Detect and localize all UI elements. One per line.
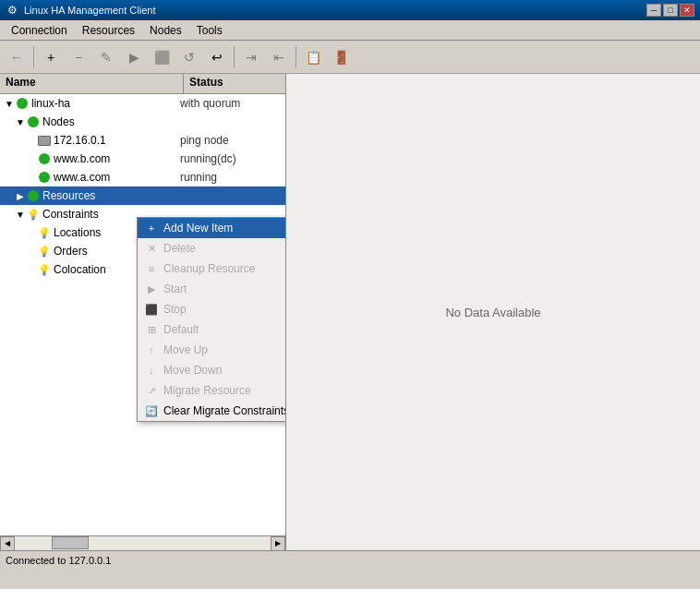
label-nodes: Nodes bbox=[41, 115, 180, 128]
icon-node2 bbox=[37, 151, 52, 166]
menu-resources[interactable]: Resources bbox=[75, 22, 142, 39]
no-data-text: No Data Available bbox=[445, 306, 540, 319]
maximize-button[interactable]: □ bbox=[663, 4, 678, 17]
status-linux-ha: with quorum bbox=[180, 97, 282, 110]
toolbar-separator-2 bbox=[234, 46, 235, 68]
toggle-linux-ha[interactable]: ▼ bbox=[4, 99, 15, 109]
ctx-move-down-label: Move Down bbox=[163, 364, 222, 377]
ctx-move-up-label: Move Up bbox=[163, 343, 208, 356]
right-panel: No Data Available bbox=[286, 74, 700, 550]
icon-nodes bbox=[26, 114, 41, 129]
toolbar-exit-button[interactable]: 🚪 bbox=[328, 44, 354, 70]
tree-row-nodes[interactable]: ▼ Nodes bbox=[0, 113, 285, 131]
left-panel: Name Status ▼ linux-ha with quorum ▼ Nod… bbox=[0, 74, 286, 550]
ctx-default-label: Default bbox=[163, 323, 199, 336]
toggle-constraints[interactable]: ▼ bbox=[15, 210, 26, 220]
stop-icon: ⬛ bbox=[145, 304, 158, 316]
status-bar: Connected to 127.0.0.1 bbox=[0, 550, 700, 569]
ctx-migrate-label: Migrate Resource bbox=[163, 384, 251, 397]
add-new-item-icon: + bbox=[145, 222, 158, 234]
move-up-icon: ↑ bbox=[145, 344, 158, 355]
ctx-delete-label: Delete bbox=[163, 242, 196, 255]
toolbar-migrate2-button[interactable]: ⇤ bbox=[266, 44, 292, 70]
ctx-stop-label: Stop bbox=[163, 303, 187, 316]
tree-row-linux-ha[interactable]: ▼ linux-ha with quorum bbox=[0, 94, 285, 113]
start-icon: ▶ bbox=[145, 283, 158, 295]
status-text: Connected to 127.0.0.1 bbox=[6, 555, 111, 566]
icon-linux-ha bbox=[15, 96, 30, 111]
ctx-clear-migrate-label: Clear Migrate Constraints bbox=[163, 404, 286, 417]
label-node3: www.a.com bbox=[52, 171, 180, 184]
window-controls: ─ □ ✕ bbox=[646, 4, 694, 17]
col-name: Name bbox=[0, 74, 184, 93]
menu-bar: Connection Resources Nodes Tools bbox=[0, 20, 700, 41]
tree-header: Name Status bbox=[0, 74, 285, 94]
ctx-add-new-item-label: Add New Item bbox=[163, 222, 233, 234]
icon-colocation: 💡 bbox=[37, 262, 52, 277]
icon-node1 bbox=[37, 133, 52, 148]
toolbar-play-button[interactable]: ▶ bbox=[121, 44, 147, 70]
col-status: Status bbox=[184, 74, 285, 93]
delete-icon: ✕ bbox=[145, 243, 158, 255]
label-node1: 172.16.0.1 bbox=[52, 134, 180, 147]
migrate-icon: ↗ bbox=[145, 385, 158, 397]
status-node1: ping node bbox=[180, 134, 282, 147]
toolbar-document-button[interactable]: 📋 bbox=[300, 44, 326, 70]
status-node3: running bbox=[180, 171, 282, 184]
icon-orders: 💡 bbox=[37, 244, 52, 258]
menu-nodes[interactable]: Nodes bbox=[142, 22, 189, 39]
ctx-migrate-resource[interactable]: ↗ Migrate Resource bbox=[138, 380, 286, 401]
scroll-track[interactable] bbox=[15, 536, 271, 550]
clear-migrate-icon: 🔄 bbox=[145, 405, 158, 417]
icon-node3 bbox=[37, 170, 52, 185]
close-button[interactable]: ✕ bbox=[680, 4, 694, 17]
ctx-add-new-item[interactable]: + Add New Item bbox=[138, 218, 286, 238]
scroll-thumb[interactable] bbox=[52, 536, 89, 549]
tree-row-node3[interactable]: ▶ www.a.com running bbox=[0, 168, 285, 186]
app-icon: ⚙ bbox=[6, 4, 18, 17]
toggle-nodes[interactable]: ▼ bbox=[15, 117, 26, 127]
tree-row-resources[interactable]: ▶ Resources bbox=[0, 186, 285, 205]
cleanup-icon: ≡ bbox=[145, 263, 158, 274]
tree-row-node1[interactable]: ▶ 172.16.0.1 ping node bbox=[0, 131, 285, 150]
toolbar: ← + − ✎ ▶ ⬛ ↺ ↩ ⇥ ⇤ 📋 🚪 bbox=[0, 41, 700, 74]
toolbar-separator-1 bbox=[33, 46, 34, 68]
toolbar-migrate-button[interactable]: ⇥ bbox=[238, 44, 264, 70]
ctx-clear-migrate[interactable]: 🔄 Clear Migrate Constraints bbox=[138, 401, 286, 421]
label-linux-ha: linux-ha bbox=[30, 97, 180, 110]
ctx-cleanup-label: Cleanup Resource bbox=[163, 262, 255, 275]
ctx-default[interactable]: ⊞ Default bbox=[138, 319, 286, 340]
window-title: Linux HA Management Client bbox=[24, 5, 641, 16]
label-resources: Resources bbox=[41, 189, 180, 202]
toolbar-refresh-button[interactable]: ↺ bbox=[176, 44, 202, 70]
icon-resources bbox=[26, 188, 41, 203]
toggle-resources[interactable]: ▶ bbox=[15, 191, 26, 201]
toolbar-remove-button[interactable]: − bbox=[66, 44, 91, 70]
default-icon: ⊞ bbox=[145, 324, 158, 336]
scroll-right-button[interactable]: ▶ bbox=[271, 536, 285, 551]
menu-connection[interactable]: Connection bbox=[4, 22, 75, 39]
icon-locations: 💡 bbox=[37, 225, 52, 240]
tree-row-node2[interactable]: ▶ www.b.com running(dc) bbox=[0, 150, 285, 168]
ctx-move-up[interactable]: ↑ Move Up bbox=[138, 340, 286, 360]
toolbar-add-button[interactable]: + bbox=[38, 44, 64, 70]
label-node2: www.b.com bbox=[52, 152, 180, 165]
ctx-stop[interactable]: ⬛ Stop bbox=[138, 299, 286, 319]
status-node2: running(dc) bbox=[180, 152, 282, 165]
scroll-left-button[interactable]: ◀ bbox=[0, 536, 15, 551]
toolbar-undo-button[interactable]: ↩ bbox=[204, 44, 230, 70]
ctx-delete[interactable]: ✕ Delete bbox=[138, 238, 286, 258]
minimize-button[interactable]: ─ bbox=[646, 4, 661, 17]
horizontal-scrollbar[interactable]: ◀ ▶ bbox=[0, 535, 285, 550]
menu-tools[interactable]: Tools bbox=[189, 22, 230, 39]
ctx-start[interactable]: ▶ Start bbox=[138, 279, 286, 299]
toolbar-edit-button[interactable]: ✎ bbox=[93, 44, 119, 70]
toolbar-back-button[interactable]: ← bbox=[4, 44, 30, 70]
ctx-move-down[interactable]: ↓ Move Down bbox=[138, 360, 286, 380]
main-content: Name Status ▼ linux-ha with quorum ▼ Nod… bbox=[0, 74, 700, 550]
toolbar-stop-button[interactable]: ⬛ bbox=[149, 44, 175, 70]
toolbar-separator-3 bbox=[296, 46, 296, 68]
ctx-cleanup-resource[interactable]: ≡ Cleanup Resource bbox=[138, 258, 286, 279]
move-down-icon: ↓ bbox=[145, 365, 158, 376]
title-bar: ⚙ Linux HA Management Client ─ □ ✕ bbox=[0, 0, 700, 20]
